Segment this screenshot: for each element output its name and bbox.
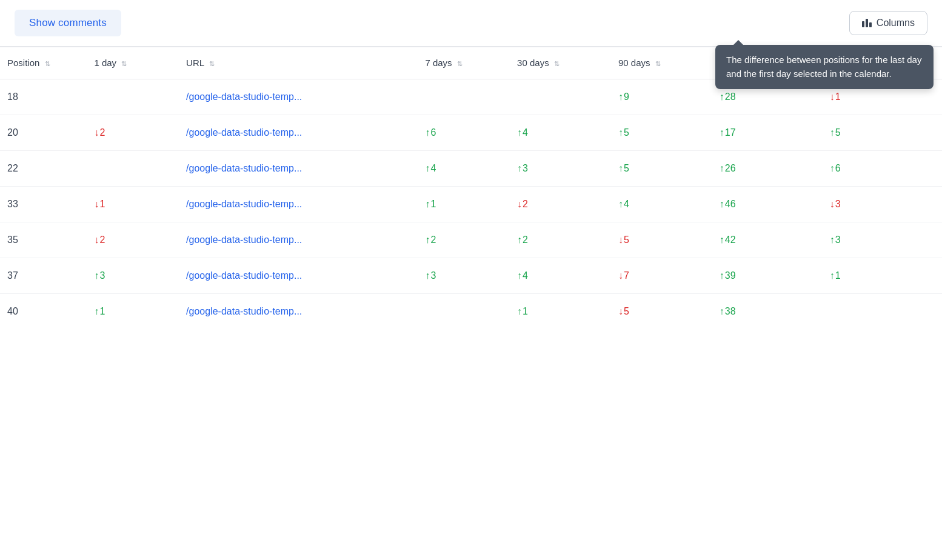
compareTwoDates-change: 1 bbox=[830, 270, 841, 281]
day90-change: 5 bbox=[618, 306, 629, 316]
cell-day7 bbox=[418, 293, 510, 329]
day30-change: 2 bbox=[517, 235, 528, 245]
table-row: 202/google-data-studio-temp...645175 bbox=[0, 115, 942, 150]
sort-icon-day7: ⇅ bbox=[457, 60, 463, 68]
day1-change: 1 bbox=[94, 199, 105, 209]
day1-change: 1 bbox=[94, 306, 105, 316]
col-header-url[interactable]: URL ⇅ bbox=[179, 47, 418, 79]
cell-allTime: 42 bbox=[712, 222, 823, 258]
cell-url[interactable]: /google-data-studio-temp... bbox=[179, 293, 418, 329]
columns-icon bbox=[862, 19, 872, 27]
day7-change: 1 bbox=[425, 199, 436, 209]
cell-url[interactable]: /google-data-studio-temp... bbox=[179, 150, 418, 186]
cell-compareTwoDates: 1 bbox=[823, 258, 942, 293]
cell-url[interactable]: /google-data-studio-temp... bbox=[179, 115, 418, 150]
col-header-position[interactable]: Position ⇅ bbox=[0, 47, 87, 79]
cell-url[interactable]: /google-data-studio-temp... bbox=[179, 186, 418, 222]
table-row: 22/google-data-studio-temp...435266 bbox=[0, 150, 942, 186]
cell-day7: 1 bbox=[418, 186, 510, 222]
col-header-day1[interactable]: 1 day ⇅ bbox=[87, 47, 179, 79]
allTime-change: 39 bbox=[720, 270, 736, 281]
cell-day30: 4 bbox=[510, 115, 611, 150]
cell-allTime: 38 bbox=[712, 293, 823, 329]
sort-icon-day30: ⇅ bbox=[554, 60, 560, 68]
cell-day7: 3 bbox=[418, 258, 510, 293]
day1-change: 2 bbox=[94, 235, 105, 245]
cell-day90: 9 bbox=[611, 79, 712, 115]
cell-allTime: 46 bbox=[712, 186, 823, 222]
cell-day90: 5 bbox=[611, 150, 712, 186]
allTime-change: 38 bbox=[720, 306, 736, 316]
cell-position: 37 bbox=[0, 258, 87, 293]
cell-allTime: 26 bbox=[712, 150, 823, 186]
day30-change: 3 bbox=[517, 163, 528, 173]
day30-change: 1 bbox=[517, 306, 528, 316]
sort-icon-url: ⇅ bbox=[209, 60, 215, 68]
table-row: 373/google-data-studio-temp...347391 bbox=[0, 258, 942, 293]
allTime-change: 26 bbox=[720, 163, 736, 173]
cell-day7: 4 bbox=[418, 150, 510, 186]
columns-label: Columns bbox=[877, 18, 915, 28]
col-header-day30[interactable]: 30 days ⇅ bbox=[510, 47, 611, 79]
day1-change: 2 bbox=[94, 127, 105, 138]
cell-position: 22 bbox=[0, 150, 87, 186]
day30-change: 4 bbox=[517, 270, 528, 281]
allTime-change: 42 bbox=[720, 235, 736, 245]
allTime-change: 17 bbox=[720, 127, 736, 138]
cell-position: 40 bbox=[0, 293, 87, 329]
cell-day7 bbox=[418, 79, 510, 115]
day90-change: 4 bbox=[618, 199, 629, 209]
allTime-change: 46 bbox=[720, 199, 736, 209]
compareTwoDates-change: 6 bbox=[830, 163, 841, 173]
day90-change: 5 bbox=[618, 163, 629, 173]
cell-allTime: 17 bbox=[712, 115, 823, 150]
cell-position: 33 bbox=[0, 186, 87, 222]
cell-day30: 2 bbox=[510, 186, 611, 222]
cell-day7: 6 bbox=[418, 115, 510, 150]
sort-icon-day1: ⇅ bbox=[121, 60, 127, 68]
cell-day30: 1 bbox=[510, 293, 611, 329]
day90-change: 9 bbox=[618, 92, 629, 102]
cell-compareTwoDates bbox=[823, 293, 942, 329]
cell-url[interactable]: /google-data-studio-temp... bbox=[179, 79, 418, 115]
compareTwoDates-change: 3 bbox=[830, 235, 841, 245]
cell-day30: 2 bbox=[510, 222, 611, 258]
cell-compareTwoDates: 3 bbox=[823, 186, 942, 222]
cell-position: 18 bbox=[0, 79, 87, 115]
cell-day1: 2 bbox=[87, 222, 179, 258]
cell-day90: 7 bbox=[611, 258, 712, 293]
cell-day90: 5 bbox=[611, 222, 712, 258]
compareTwoDates-change: 1 bbox=[830, 92, 841, 102]
compareTwoDates-change: 3 bbox=[830, 199, 841, 209]
cell-day30: 4 bbox=[510, 258, 611, 293]
cell-day1 bbox=[87, 150, 179, 186]
columns-button[interactable]: Columns bbox=[849, 11, 927, 35]
show-comments-button[interactable]: Show comments bbox=[15, 10, 121, 36]
cell-day1: 1 bbox=[87, 186, 179, 222]
tooltip-box: The difference between positions for the… bbox=[715, 45, 934, 89]
cell-position: 35 bbox=[0, 222, 87, 258]
col-header-day7[interactable]: 7 days ⇅ bbox=[418, 47, 510, 79]
cell-allTime: 39 bbox=[712, 258, 823, 293]
day90-change: 7 bbox=[618, 270, 629, 281]
tooltip-text: The difference between positions for the… bbox=[726, 55, 921, 79]
sort-icon-position: ⇅ bbox=[45, 60, 50, 68]
cell-day90: 5 bbox=[611, 115, 712, 150]
day90-change: 5 bbox=[618, 127, 629, 138]
day7-change: 2 bbox=[425, 235, 436, 245]
sort-icon-day90: ⇅ bbox=[655, 60, 661, 68]
day30-change: 4 bbox=[517, 127, 528, 138]
cell-url[interactable]: /google-data-studio-temp... bbox=[179, 222, 418, 258]
cell-url[interactable]: /google-data-studio-temp... bbox=[179, 258, 418, 293]
allTime-change: 28 bbox=[720, 92, 736, 102]
cell-compareTwoDates: 3 bbox=[823, 222, 942, 258]
cell-day1: 2 bbox=[87, 115, 179, 150]
top-bar: Show comments Columns The difference bet… bbox=[0, 0, 942, 47]
day30-change: 2 bbox=[517, 199, 528, 209]
col-header-day90[interactable]: 90 days ⇅ bbox=[611, 47, 712, 79]
table-row: 331/google-data-studio-temp...124463 bbox=[0, 186, 942, 222]
table-row: 401/google-data-studio-temp...1538 bbox=[0, 293, 942, 329]
cell-day1 bbox=[87, 79, 179, 115]
cell-day1: 1 bbox=[87, 293, 179, 329]
cell-day30: 3 bbox=[510, 150, 611, 186]
